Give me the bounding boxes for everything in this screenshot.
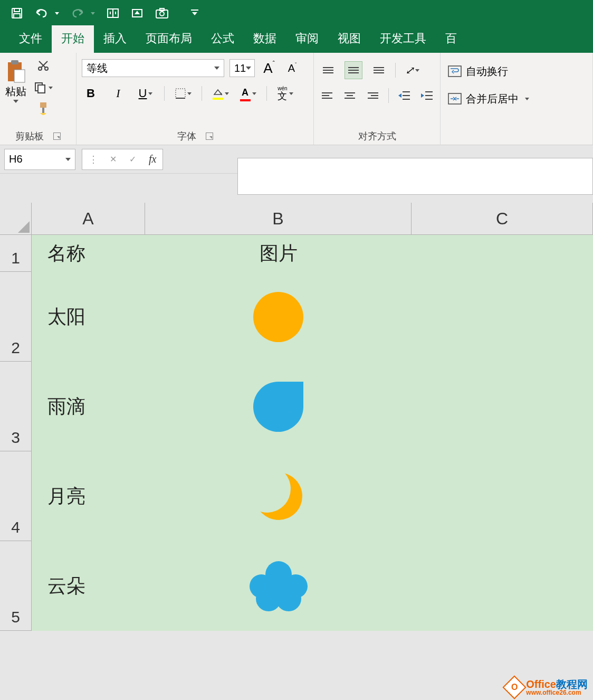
watermark-title: Office教程网 — [526, 679, 588, 689]
camera-icon[interactable] — [155, 7, 169, 19]
group-alignment: ⤢ 对齐方式 — [314, 53, 441, 145]
row-header-5[interactable]: 5 — [0, 541, 32, 631]
merge-center-button[interactable]: 合并后居中 — [446, 89, 587, 109]
expand-icon[interactable]: ⋮ — [89, 154, 97, 165]
align-right-button[interactable] — [365, 87, 381, 105]
watermark-url: www.office26.com — [526, 689, 588, 696]
cell-c5[interactable] — [412, 541, 593, 631]
svg-marker-5 — [136, 12, 139, 14]
align-middle-button[interactable] — [345, 61, 362, 79]
redo-dropdown-icon — [91, 12, 95, 15]
col-header-c[interactable]: C — [412, 203, 593, 234]
cell-b5[interactable] — [145, 541, 412, 631]
tab-more[interactable]: 百 — [436, 25, 466, 53]
spreadsheet-grid: A B C 1 2 3 4 5 名称 图片 太阳 雨滴 — [0, 203, 593, 631]
redo-icon — [71, 7, 84, 19]
cell-a3[interactable]: 雨滴 — [32, 362, 145, 451]
svg-rect-9 — [191, 10, 198, 11]
font-name-combo[interactable]: 等线 — [82, 59, 224, 77]
grow-font-button[interactable]: Aˆ — [260, 59, 278, 77]
undo-icon[interactable] — [35, 7, 49, 19]
sun-icon — [253, 292, 303, 342]
cell-b3[interactable] — [145, 362, 412, 451]
font-launcher-icon[interactable] — [206, 133, 213, 140]
align-center-button[interactable] — [342, 87, 358, 105]
name-box[interactable]: H6 — [4, 149, 75, 170]
cell-a5[interactable]: 云朵 — [32, 541, 145, 631]
svg-point-7 — [160, 12, 164, 16]
save-icon[interactable] — [11, 7, 23, 20]
font-group-label: 字体 — [177, 130, 196, 143]
bold-button[interactable]: B — [82, 84, 100, 102]
orientation-button[interactable]: ⤢ — [403, 61, 421, 79]
cell-c2[interactable] — [412, 272, 593, 362]
svg-rect-1 — [14, 8, 20, 12]
qat-icon-1[interactable] — [107, 7, 119, 20]
ribbon-tabs: 文件 开始 插入 页面布局 公式 数据 审阅 视图 开发工具 百 — [0, 26, 593, 53]
tab-file[interactable]: 文件 — [9, 25, 52, 53]
row-header-3[interactable]: 3 — [0, 362, 32, 451]
formula-input[interactable] — [237, 158, 593, 195]
italic-button[interactable]: I — [109, 84, 127, 102]
cut-icon[interactable] — [37, 59, 50, 74]
fx-icon[interactable]: fx — [149, 153, 156, 165]
underline-button[interactable]: U — [137, 84, 155, 102]
svg-rect-19 — [42, 108, 44, 113]
copy-icon[interactable] — [34, 81, 53, 94]
group-clipboard: 粘贴 剪贴板 — [0, 53, 76, 145]
tab-developer[interactable]: 开发工具 — [370, 25, 436, 53]
increase-indent-button[interactable] — [419, 87, 435, 105]
cell-b1[interactable]: 图片 — [145, 235, 412, 272]
select-all-corner[interactable] — [0, 203, 32, 234]
svg-marker-29 — [421, 93, 424, 98]
tab-review[interactable]: 审阅 — [286, 25, 328, 53]
decrease-indent-button[interactable] — [396, 87, 412, 105]
tab-insert[interactable]: 插入 — [94, 25, 136, 53]
font-size-combo[interactable]: 11 — [229, 59, 255, 77]
align-bottom-button[interactable] — [370, 61, 388, 79]
cell-c3[interactable] — [412, 362, 593, 451]
row-header-1[interactable]: 1 — [0, 235, 32, 272]
row-header-2[interactable]: 2 — [0, 272, 32, 362]
cell-c1[interactable] — [412, 235, 593, 272]
font-color-button[interactable]: A — [239, 84, 257, 102]
svg-rect-12 — [11, 60, 18, 64]
cancel-icon: ✕ — [110, 154, 117, 164]
tab-home[interactable]: 开始 — [52, 25, 94, 53]
col-header-b[interactable]: B — [145, 203, 412, 234]
tab-data[interactable]: 数据 — [244, 25, 286, 53]
qat-icon-2[interactable] — [131, 7, 144, 20]
raindrop-icon — [253, 382, 303, 432]
clipboard-launcher-icon[interactable] — [53, 133, 61, 140]
phonetic-button[interactable]: wén文 — [276, 84, 294, 102]
shrink-font-button[interactable]: Aˇ — [283, 59, 301, 77]
row-header-4[interactable]: 4 — [0, 451, 32, 541]
svg-rect-17 — [38, 85, 45, 93]
cell-a4[interactable]: 月亮 — [32, 451, 145, 541]
format-painter-icon[interactable] — [37, 101, 50, 118]
quick-access-toolbar — [0, 0, 593, 26]
cell-c4[interactable] — [412, 451, 593, 541]
qat-customize-icon[interactable] — [191, 10, 198, 17]
col-header-a[interactable]: A — [32, 203, 145, 234]
border-button[interactable] — [174, 84, 192, 102]
svg-rect-20 — [176, 89, 185, 98]
cell-b4[interactable] — [145, 451, 412, 541]
cell-b2[interactable] — [145, 272, 412, 362]
wrap-text-button[interactable]: 自动换行 — [446, 61, 587, 81]
fill-color-button[interactable] — [212, 84, 229, 102]
align-top-button[interactable] — [319, 61, 337, 79]
cell-a1[interactable]: 名称 — [32, 235, 145, 272]
tab-formula[interactable]: 公式 — [202, 25, 244, 53]
paste-button[interactable]: 粘贴 — [5, 59, 26, 103]
cloud-icon — [250, 561, 308, 611]
undo-dropdown-icon[interactable] — [55, 12, 59, 15]
svg-marker-25 — [398, 93, 401, 98]
clipboard-group-label: 剪贴板 — [15, 130, 44, 143]
watermark: O Office教程网 www.office26.com — [506, 679, 588, 696]
cell-a2[interactable]: 太阳 — [32, 272, 145, 362]
tab-view[interactable]: 视图 — [328, 25, 370, 53]
align-left-button[interactable] — [319, 87, 335, 105]
tab-layout[interactable]: 页面布局 — [136, 25, 202, 53]
formula-buttons: ⋮ ✕ ✓ fx — [82, 149, 163, 170]
